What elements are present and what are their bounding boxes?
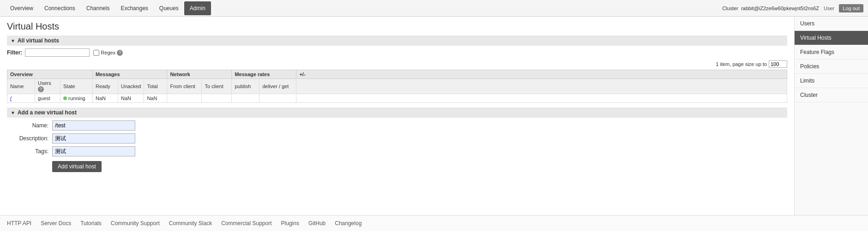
sidebar-item-users[interactable]: Users	[795, 17, 868, 31]
add-vhost-title: Add a new virtual host	[18, 109, 77, 116]
all-vhosts-section-header[interactable]: ▼ All virtual hosts	[7, 36, 787, 46]
col-to-client: To client	[202, 79, 232, 94]
nav-right: Cluster rabbit@iZ2ze6w60pkewjnt5t2ns6Z U…	[722, 4, 863, 12]
nav-queues[interactable]: Queues	[154, 1, 184, 15]
nav-connections[interactable]: Connections	[39, 1, 81, 15]
filter-row: Filter: Regex ?	[7, 48, 787, 57]
name-row: Name:	[7, 120, 787, 131]
footer-link[interactable]: Server Docs	[41, 220, 71, 227]
sidebar-item-feature-flags[interactable]: Feature Flags	[795, 45, 868, 60]
tags-row: Tags:	[7, 146, 787, 156]
sidebar-item-policies[interactable]: Policies	[795, 60, 868, 74]
name-label: Name:	[7, 122, 48, 129]
col-from-client: From client	[167, 79, 202, 94]
row-ready: NaN	[93, 94, 118, 103]
col-publish: publish	[232, 79, 259, 94]
page-title: Virtual Hosts	[7, 21, 787, 32]
description-input[interactable]	[52, 133, 135, 143]
footer-link[interactable]: GitHub	[308, 220, 326, 227]
regex-text: Regex	[101, 50, 115, 55]
footer-link[interactable]: Plugins	[281, 220, 299, 227]
sidebar-item-cluster[interactable]: Cluster	[795, 88, 868, 102]
tags-input[interactable]	[52, 146, 135, 156]
all-vhosts-label: All virtual hosts	[18, 37, 59, 44]
nav-exchanges[interactable]: Exchanges	[115, 1, 153, 15]
filter-input[interactable]	[25, 48, 90, 57]
message-rates-group-header: Message rates	[232, 70, 296, 79]
right-sidebar: Users Virtual Hosts Feature Flags Polici…	[794, 17, 868, 215]
row-from-client	[167, 94, 202, 103]
col-name: Name	[7, 79, 35, 94]
top-nav: Overview Connections Channels Exchanges …	[0, 0, 868, 17]
add-vhost-section: ▼ Add a new virtual host Name: Descripti…	[7, 108, 787, 172]
name-input[interactable]	[52, 120, 135, 131]
row-state: running	[60, 94, 93, 103]
row-total: NaN	[144, 94, 167, 103]
regex-help-icon[interactable]: ?	[117, 50, 123, 56]
sidebar-item-limits[interactable]: Limits	[795, 74, 868, 88]
footer-link[interactable]: Tutorials	[80, 220, 102, 227]
logout-button[interactable]: Log out	[839, 4, 863, 12]
vhost-table: Overview Messages Network Message rates …	[7, 70, 787, 103]
tags-label: Tags:	[7, 148, 48, 155]
col-deliver-get: deliver / get	[259, 79, 296, 94]
col-ready: Ready	[93, 79, 118, 94]
nav-links: Overview Connections Channels Exchanges …	[5, 1, 722, 15]
col-total: Total	[144, 79, 167, 94]
col-unacked: Unacked	[118, 79, 144, 94]
row-extra	[296, 94, 787, 103]
nav-channels[interactable]: Channels	[81, 1, 115, 15]
user-label: User	[824, 6, 834, 11]
network-group-header: Network	[167, 70, 232, 79]
footer-link[interactable]: Changelog	[335, 220, 362, 227]
col-users: Users ?	[35, 79, 60, 94]
row-to-client	[202, 94, 232, 103]
page-size-input[interactable]	[769, 60, 787, 68]
row-deliver-get	[259, 94, 296, 103]
col-empty	[296, 79, 787, 94]
add-virtual-host-button[interactable]: Add virtual host	[52, 161, 102, 172]
users-help-icon[interactable]: ?	[38, 86, 44, 92]
status-dot	[63, 96, 67, 100]
nav-overview[interactable]: Overview	[5, 1, 39, 15]
messages-group-header: Messages	[93, 70, 167, 79]
nav-admin[interactable]: Admin	[184, 1, 211, 15]
col-state: State	[60, 79, 93, 94]
table-row[interactable]: / guest running NaN NaN NaN	[7, 94, 787, 103]
cluster-label: Cluster	[722, 6, 738, 11]
row-unacked: NaN	[118, 94, 144, 103]
footer-link[interactable]: Commercial Support	[221, 220, 271, 227]
footer: HTTP APIServer DocsTutorialsCommunity Su…	[0, 215, 868, 231]
overview-group-header: Overview	[7, 70, 93, 79]
filter-label: Filter:	[7, 49, 22, 56]
footer-link[interactable]: Community Support	[111, 220, 160, 227]
cluster-info: Cluster rabbit@iZ2ze6w60pkewjnt5t2ns6Z	[722, 6, 819, 11]
description-row: Description:	[7, 133, 787, 143]
row-name: /	[7, 94, 35, 103]
description-label: Description:	[7, 135, 48, 142]
main-container: Virtual Hosts ▼ All virtual hosts Filter…	[0, 17, 868, 215]
row-users: guest	[35, 94, 60, 103]
regex-checkbox[interactable]	[93, 50, 99, 56]
plus-minus-header[interactable]: +/-	[296, 70, 787, 79]
regex-label: Regex ?	[93, 50, 123, 56]
cluster-name: rabbit@iZ2ze6w60pkewjnt5t2ns6Z	[741, 6, 819, 11]
add-vhost-section-header[interactable]: ▼ Add a new virtual host	[7, 108, 787, 118]
collapse-arrow: ▼	[11, 38, 15, 43]
sidebar-item-virtual-hosts[interactable]: Virtual Hosts	[795, 31, 868, 45]
add-vhost-arrow: ▼	[11, 110, 15, 115]
pagination-info: 1 item, page size up to	[716, 61, 767, 67]
status-text: running	[68, 96, 85, 101]
content-area: Virtual Hosts ▼ All virtual hosts Filter…	[0, 17, 794, 215]
row-publish	[232, 94, 259, 103]
vhost-link[interactable]: /	[10, 96, 12, 101]
footer-link[interactable]: HTTP API	[7, 220, 31, 227]
pagination-row: 1 item, page size up to	[7, 60, 787, 68]
footer-link[interactable]: Community Slack	[169, 220, 212, 227]
